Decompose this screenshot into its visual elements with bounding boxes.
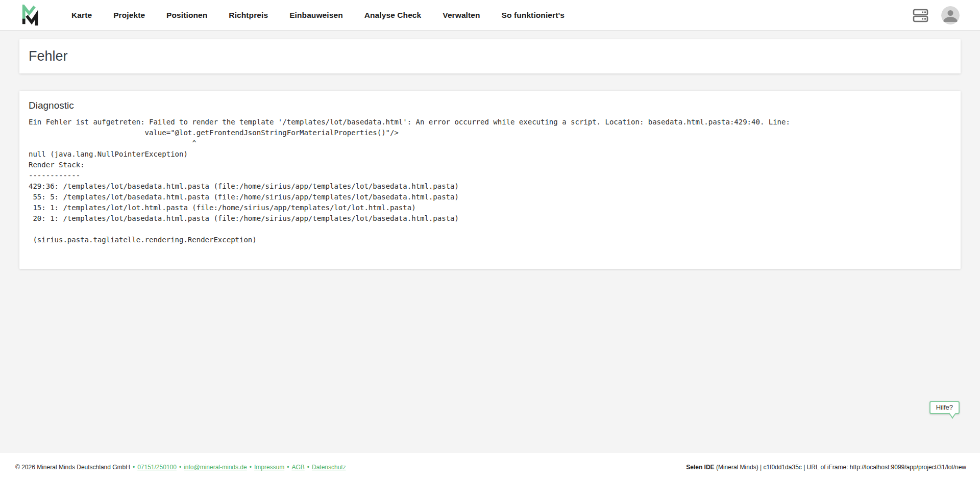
nav-item-so-funktionierts[interactable]: So funktioniert's — [502, 11, 565, 20]
footer-link-email[interactable]: info@mineral-minds.de — [184, 464, 247, 471]
error-title-card: Fehler — [19, 39, 961, 73]
nav-item-karte[interactable]: Karte — [71, 11, 92, 20]
main-nav: Karte Projekte Positionen Richtpreis Ein… — [71, 11, 565, 20]
copyright-text: © 2026 Mineral Minds Deutschland GmbH — [15, 464, 130, 471]
nav-item-einbauweisen[interactable]: Einbauweisen — [289, 11, 343, 20]
user-avatar-icon[interactable] — [941, 6, 960, 24]
footer-separator: • — [250, 464, 252, 471]
footer-link-impressum[interactable]: Impressum — [254, 464, 284, 471]
nav-item-analyse-check[interactable]: Analyse Check — [364, 11, 422, 20]
footer-separator: • — [287, 464, 289, 471]
diagnostic-card: Diagnostic Ein Fehler ist aufgetreten: F… — [19, 91, 961, 269]
nav-item-richtpreis[interactable]: Richtpreis — [229, 11, 268, 20]
footer: © 2026 Mineral Minds Deutschland GmbH • … — [0, 453, 980, 481]
help-button[interactable]: Hilfe? — [929, 401, 960, 414]
diagnostic-heading: Diagnostic — [29, 100, 951, 111]
logo-m-icon — [19, 5, 43, 26]
top-navigation-bar: Karte Projekte Positionen Richtpreis Ein… — [0, 0, 980, 31]
nav-item-projekte[interactable]: Projekte — [113, 11, 145, 20]
nav-right-icons — [913, 6, 960, 24]
footer-link-datenschutz[interactable]: Datenschutz — [312, 464, 346, 471]
footer-debug-text: (Mineral Minds) | c1f0dd1da35c | URL of … — [715, 464, 966, 471]
page-title: Fehler — [29, 48, 68, 64]
nav-item-positionen[interactable]: Positionen — [166, 11, 207, 20]
footer-left: © 2026 Mineral Minds Deutschland GmbH • … — [15, 464, 346, 471]
footer-debug-info: Selen IDE (Mineral Minds) | c1f0dd1da35c… — [686, 464, 966, 471]
server-stack-icon[interactable] — [913, 8, 929, 22]
footer-separator: • — [307, 464, 309, 471]
footer-ide-name: Selen IDE — [686, 464, 714, 471]
diagnostic-log: Ein Fehler ist aufgetreten: Failed to re… — [29, 117, 951, 245]
mineral-minds-logo[interactable] — [19, 5, 43, 26]
footer-link-phone[interactable]: 07151/250100 — [137, 464, 177, 471]
footer-link-agb[interactable]: AGB — [291, 464, 304, 471]
nav-item-verwalten[interactable]: Verwalten — [443, 11, 480, 20]
footer-separator: • — [179, 464, 181, 471]
footer-separator: • — [133, 464, 135, 471]
main-content: Fehler Diagnostic Ein Fehler ist aufgetr… — [0, 31, 980, 453]
